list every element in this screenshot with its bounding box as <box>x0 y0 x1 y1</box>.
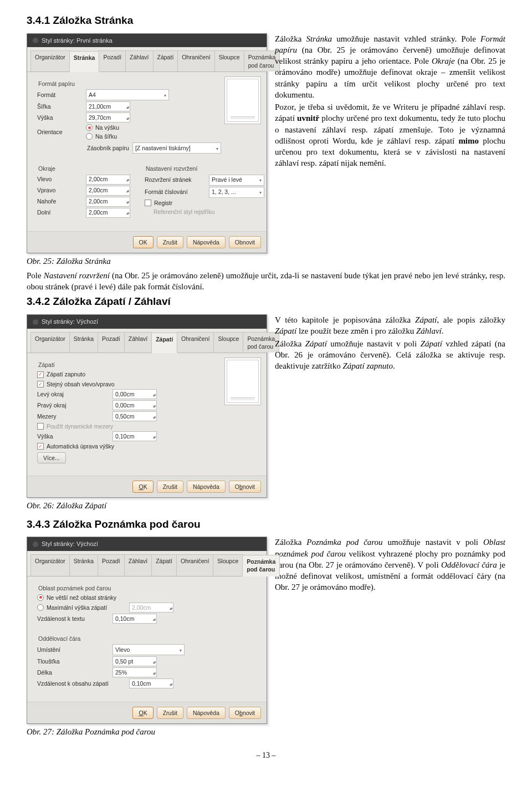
page-number: – 13 – <box>27 751 505 761</box>
figure-26: Styl stránky: Výchozí Organizátor Stránk… <box>27 314 267 512</box>
group-format-papiru: Formát papíru Formát A4 Šířka 21,00cm Vý… <box>33 76 261 159</box>
ok-button[interactable]: OK <box>133 236 154 248</box>
dialog-button-bar: OK Zrušit Nápověda Obnovit <box>27 231 267 253</box>
dialog-titlebar: Styl stránky: První stránka <box>27 34 267 48</box>
spin-nahore[interactable]: 2,00cm <box>86 197 130 207</box>
check-dynamicke[interactable]: Použít dynamické mezery <box>37 422 257 430</box>
spin-dolni[interactable]: 2,00cm <box>86 208 130 218</box>
tab-ohraniceni[interactable]: Ohraničení <box>176 554 213 575</box>
label-format: Formát <box>37 91 83 99</box>
tab-pozadi[interactable]: Pozadí <box>99 50 126 71</box>
spin-pravy-okraj[interactable]: 0,00cm <box>112 400 157 410</box>
check-autovyska[interactable]: Automatická úprava výšky <box>37 442 257 450</box>
close-icon[interactable] <box>33 38 38 43</box>
tab-zahlavi[interactable]: Záhlaví <box>124 554 152 575</box>
tab-organizator[interactable]: Organizátor <box>30 50 70 71</box>
radio-na-sirku[interactable]: Na šířku <box>86 132 119 140</box>
label-levy-okraj: Levý okraj <box>37 390 109 398</box>
tab-poznamka[interactable]: Poznámka pod čarou <box>242 555 280 576</box>
spin-max-vyska[interactable]: 2,00cm <box>129 603 173 613</box>
tab-pozadi[interactable]: Pozadí <box>98 332 125 353</box>
help-button[interactable]: Nápověda <box>187 707 226 719</box>
spin-sirka[interactable]: 21,00cm <box>86 101 130 111</box>
cancel-button[interactable]: Zrušit <box>157 236 183 248</box>
dialog-title: Styl stránky: Výchozí <box>42 318 98 326</box>
reset-button[interactable]: Obnovit <box>229 481 261 493</box>
tab-zapati[interactable]: Zápatí <box>151 554 177 575</box>
group-title: Formát papíru <box>37 80 257 88</box>
tab-zapati[interactable]: Zápatí <box>153 50 178 71</box>
figure-caption-27: Obr. 27: Záložka Poznámka pod čarou <box>27 726 267 737</box>
tab-ohraniceni[interactable]: Ohraničení <box>177 50 214 71</box>
spin-tloustka[interactable]: 0,50 pt <box>112 656 157 666</box>
check-zapati-zapnuto[interactable]: Zápatí zapnuto <box>37 370 220 378</box>
ok-button[interactable]: OK <box>132 481 153 493</box>
tab-organizator[interactable]: Organizátor <box>30 554 70 575</box>
help-button[interactable]: Nápověda <box>187 236 226 248</box>
spin-vyska[interactable]: 0,10cm <box>112 431 157 441</box>
help-button[interactable]: Nápověda <box>187 481 226 493</box>
spin-vpravo[interactable]: 2,00cm <box>86 186 130 196</box>
tab-sloupce[interactable]: Sloupce <box>213 332 243 353</box>
label-cislovani: Formát číslování <box>145 188 206 196</box>
dialog-page-style-poznamka: Styl stránky: Výchozí Organizátor Stránk… <box>27 537 267 724</box>
more-button[interactable]: Více... <box>37 452 66 463</box>
radio-max-vyska[interactable]: Maximální výška zápatí <box>37 604 126 611</box>
heading-342: 3.4.2 Záložka Zápatí / Záhlaví <box>27 294 505 309</box>
group-zapati: Zápatí Zápatí zapnuto Stejný obsah vlevo… <box>33 358 261 467</box>
spin-levy-okraj[interactable]: 0,00cm <box>112 389 157 399</box>
heading-343: 3.4.3 Záložka Poznámka pod čarou <box>27 517 505 532</box>
tab-stranka[interactable]: Stránka <box>69 332 98 353</box>
spin-mezery[interactable]: 0,50cm <box>112 411 157 421</box>
group-oddelovaci-cara: Oddělovací čára UmístěníVlevo Tloušťka0,… <box>33 631 261 693</box>
radio-ne-vetsi[interactable]: Ne větší než oblast stránky <box>37 594 257 601</box>
reset-button[interactable]: Obnovit <box>229 236 261 248</box>
tab-pozadi[interactable]: Pozadí <box>98 554 125 575</box>
dialog-titlebar: Styl stránky: Výchozí <box>27 537 267 551</box>
dialog-button-bar: OK Zrušit Nápověda Obnovit <box>27 702 267 723</box>
heading-341: 3.4.1 Záložka Stránka <box>27 13 505 28</box>
group-nastaveni-rozvrzeni: Nastavení rozvržení Rozvržení stránekPra… <box>140 161 269 222</box>
spin-vzdalenost-text[interactable]: 0,10cm <box>112 614 157 624</box>
label-vpravo: Vpravo <box>37 186 83 194</box>
cancel-button[interactable]: Zrušit <box>157 481 183 493</box>
tab-sloupce[interactable]: Sloupce <box>214 50 244 71</box>
tab-stranka[interactable]: Stránka <box>69 51 100 72</box>
ok-button[interactable]: OK <box>132 707 153 719</box>
spin-vyska[interactable]: 29,70cm <box>86 113 130 123</box>
radio-na-vysku[interactable]: Na výšku <box>86 124 119 131</box>
tab-poznamka[interactable]: Poznámka pod čarou <box>243 332 279 353</box>
tab-zapati[interactable]: Zápatí <box>151 333 177 353</box>
cancel-button[interactable]: Zrušit <box>157 707 183 719</box>
tab-sloupce[interactable]: Sloupce <box>213 554 243 575</box>
combo-format[interactable]: A4 <box>86 89 169 100</box>
tab-ohraniceni[interactable]: Ohraničení <box>177 332 214 353</box>
label-delka: Délka <box>37 669 109 676</box>
spin-vzdalenost-obsah[interactable]: 0,10cm <box>129 678 173 688</box>
spin-vlevo[interactable]: 2,00cm <box>86 175 130 185</box>
dialog-title: Styl stránky: Výchozí <box>42 540 98 548</box>
tab-organizator[interactable]: Organizátor <box>30 332 70 353</box>
group-okraje: Okraje Vlevo2,00cm Vpravo2,00cm Nahoře2,… <box>33 161 135 222</box>
close-icon[interactable] <box>33 542 38 547</box>
combo-zasobnik[interactable]: [Z nastavení tiskárny] <box>132 142 221 154</box>
combo-rozvrzeni[interactable]: Pravé i levé <box>209 175 264 186</box>
label-refstyl: Referenční styl rejstříku <box>154 208 214 216</box>
dialog-page-style-stranka: Styl stránky: První stránka Organizátor … <box>27 33 267 253</box>
check-registr[interactable]: Registr <box>145 199 264 207</box>
check-stejny-obsah[interactable]: Stejný obsah vlevo/vpravo <box>37 380 220 388</box>
reset-button[interactable]: Obnovit <box>229 707 261 719</box>
close-icon[interactable] <box>33 319 38 325</box>
spin-delka[interactable]: 25% <box>112 667 157 677</box>
combo-cislovani[interactable]: 1, 2, 3, ... <box>209 187 264 198</box>
combo-umisteni[interactable]: Vlevo <box>112 644 185 655</box>
label-rozvrzeni: Rozvržení stránek <box>145 176 206 183</box>
tab-zahlavi[interactable]: Záhlaví <box>124 332 152 353</box>
body-text-341b: Pole Nastavení rozvržení (na Obr. 25 je … <box>27 270 505 293</box>
group-oblast-poznamek: Oblast poznámek pod čarou Ne větší než o… <box>33 581 261 628</box>
tab-stranka[interactable]: Stránka <box>69 554 98 575</box>
figure-caption-25: Obr. 25: Záložka Stránka <box>27 256 267 267</box>
tab-zahlavi[interactable]: Záhlaví <box>125 50 153 71</box>
label-dolni: Dolní <box>37 208 83 216</box>
tab-strip: Organizátor Stránka Pozadí Záhlaví Zápat… <box>27 329 267 353</box>
